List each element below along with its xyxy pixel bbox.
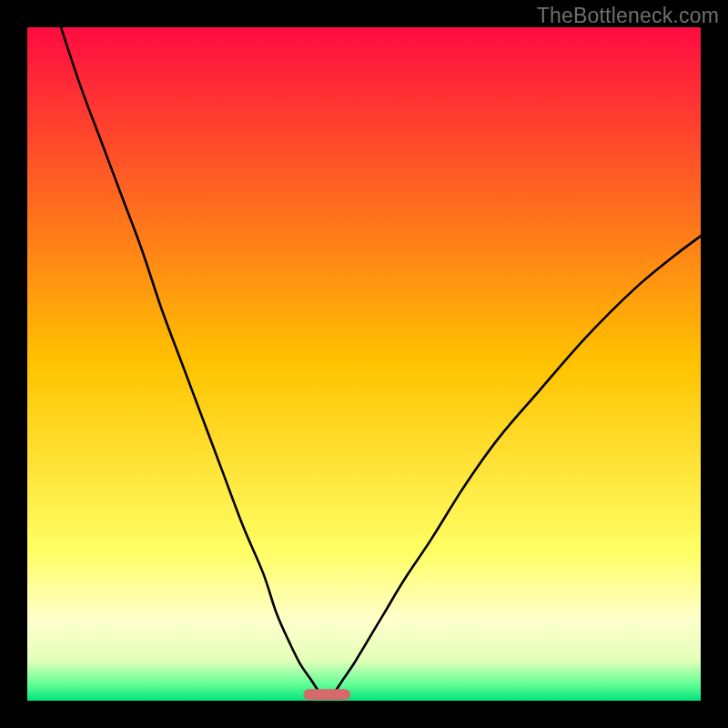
chart-background (27, 27, 701, 701)
outer-frame: TheBottleneck.com (0, 0, 728, 728)
minimum-marker (303, 689, 350, 700)
chart-svg (27, 27, 701, 701)
watermark-text: TheBottleneck.com (537, 4, 719, 28)
chart-area (27, 27, 701, 701)
